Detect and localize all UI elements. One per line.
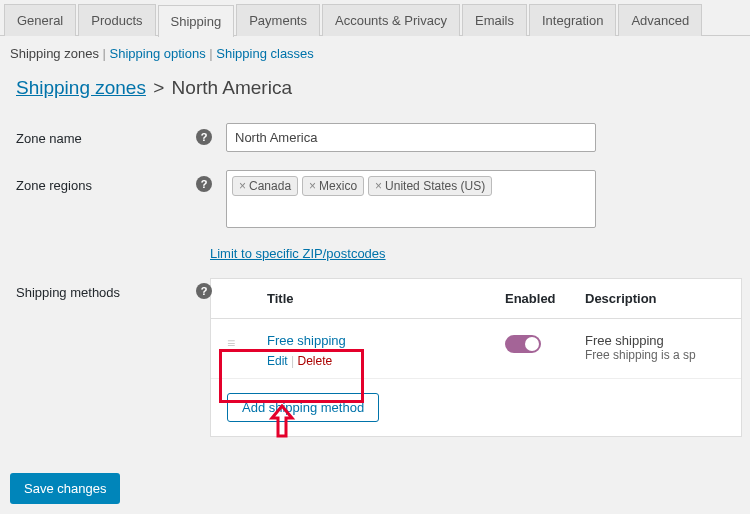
tab-payments[interactable]: Payments (236, 4, 320, 36)
close-icon[interactable]: × (375, 179, 382, 193)
col-title: Title (267, 291, 505, 306)
close-icon[interactable]: × (309, 179, 316, 193)
region-tag[interactable]: ×Canada (232, 176, 298, 196)
method-desc-title: Free shipping (585, 333, 725, 348)
zone-regions-label: Zone regions (16, 170, 196, 193)
shipping-methods-label: Shipping methods (16, 277, 196, 300)
methods-header: Title Enabled Description (211, 279, 741, 319)
settings-tabs: General Products Shipping Payments Accou… (0, 0, 750, 36)
tab-emails[interactable]: Emails (462, 4, 527, 36)
shipping-subnav: Shipping zones | Shipping options | Ship… (0, 36, 750, 71)
row-actions: Edit | Delete (267, 354, 505, 368)
tab-shipping[interactable]: Shipping (158, 5, 235, 37)
region-tag-label: Canada (249, 179, 291, 193)
subnav-classes[interactable]: Shipping classes (216, 46, 314, 61)
enabled-toggle[interactable] (505, 335, 541, 353)
subnav-sep: | (103, 46, 110, 61)
limit-postcodes-link[interactable]: Limit to specific ZIP/postcodes (210, 246, 386, 261)
help-icon[interactable]: ? (196, 129, 212, 145)
edit-link[interactable]: Edit (267, 354, 288, 368)
tab-integration[interactable]: Integration (529, 4, 616, 36)
tab-accounts[interactable]: Accounts & Privacy (322, 4, 460, 36)
region-tag-label: Mexico (319, 179, 357, 193)
subnav-zones[interactable]: Shipping zones (10, 46, 99, 61)
methods-footer: Add shipping method (211, 379, 741, 436)
breadcrumb: Shipping zones > North America (0, 71, 750, 117)
region-tag[interactable]: ×United States (US) (368, 176, 492, 196)
breadcrumb-root[interactable]: Shipping zones (16, 77, 146, 98)
help-icon[interactable]: ? (196, 283, 212, 299)
zone-name-input[interactable] (226, 123, 596, 152)
breadcrumb-sep: > (151, 77, 166, 98)
delete-link[interactable]: Delete (297, 354, 332, 368)
zone-regions-input[interactable]: ×Canada ×Mexico ×United States (US) (226, 170, 596, 228)
close-icon[interactable]: × (239, 179, 246, 193)
subnav-options[interactable]: Shipping options (110, 46, 206, 61)
method-description: Free shipping Free shipping is a sp (585, 333, 725, 362)
tab-advanced[interactable]: Advanced (618, 4, 702, 36)
drag-handle-icon[interactable]: ≡ (227, 333, 267, 351)
help-icon[interactable]: ? (196, 176, 212, 192)
table-row: ≡ Free shipping Edit | Delete Free shipp… (211, 319, 741, 379)
add-shipping-method-button[interactable]: Add shipping method (227, 393, 379, 422)
method-desc-sub: Free shipping is a sp (585, 348, 725, 362)
col-enabled: Enabled (505, 291, 585, 306)
tab-general[interactable]: General (4, 4, 76, 36)
region-tag-label: United States (US) (385, 179, 485, 193)
col-description: Description (585, 291, 725, 306)
region-tag[interactable]: ×Mexico (302, 176, 364, 196)
breadcrumb-current: North America (172, 77, 292, 98)
method-title-link[interactable]: Free shipping (267, 333, 346, 348)
tab-products[interactable]: Products (78, 4, 155, 36)
save-changes-button[interactable]: Save changes (10, 473, 120, 504)
zone-name-label: Zone name (16, 123, 196, 146)
shipping-methods-panel: Title Enabled Description ≡ Free shippin… (210, 278, 742, 437)
